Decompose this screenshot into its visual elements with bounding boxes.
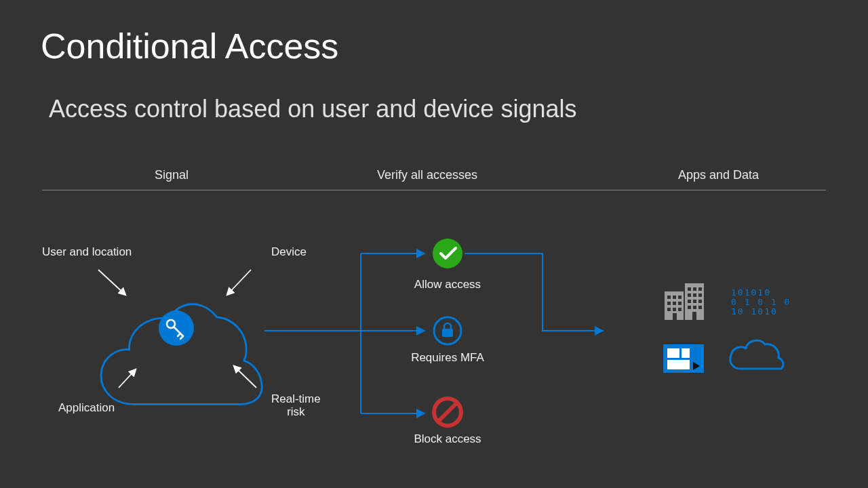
block-circle-icon: [434, 399, 461, 426]
page-subtitle: Access control based on user and device …: [49, 95, 576, 123]
svg-rect-47: [667, 348, 679, 358]
svg-line-8: [234, 366, 256, 388]
svg-rect-29: [688, 287, 691, 291]
svg-rect-25: [678, 302, 682, 305]
svg-rect-40: [698, 306, 702, 309]
column-header-apps: Apps and Data: [678, 168, 759, 182]
cloud-key-icon: [101, 304, 262, 405]
svg-point-16: [434, 399, 461, 426]
svg-point-0: [159, 310, 194, 346]
svg-rect-39: [693, 306, 696, 309]
svg-rect-28: [678, 308, 682, 311]
diagram-svg: 101010 0 1 0 1 0 10 1010: [0, 0, 868, 488]
svg-point-14: [434, 317, 461, 344]
cloud-icon: [730, 340, 783, 369]
signal-user-location: User and location: [42, 245, 132, 259]
svg-rect-21: [673, 296, 676, 299]
svg-rect-46: [663, 344, 704, 373]
svg-rect-32: [688, 293, 691, 297]
svg-rect-36: [693, 300, 696, 303]
svg-rect-35: [688, 300, 691, 303]
svg-line-2: [174, 327, 183, 336]
svg-rect-42: [692, 312, 696, 320]
page-title: Conditional Access: [41, 26, 338, 66]
windows-tile-icon: [663, 344, 704, 373]
svg-line-4: [180, 336, 183, 339]
svg-rect-22: [678, 296, 682, 299]
column-header-verify: Verify all accesses: [377, 168, 477, 182]
signal-arrows: [98, 270, 256, 388]
header-divider: [42, 190, 826, 190]
svg-point-13: [433, 239, 462, 268]
svg-line-7: [119, 369, 136, 388]
svg-rect-30: [693, 287, 696, 291]
svg-text:0 1 0 1 0: 0 1 0 1 0: [731, 297, 791, 307]
svg-rect-34: [698, 293, 702, 297]
column-header-signal: Signal: [155, 168, 189, 182]
svg-rect-26: [667, 308, 671, 311]
signal-device: Device: [271, 245, 307, 259]
svg-line-3: [178, 333, 180, 336]
svg-rect-31: [698, 287, 702, 291]
svg-rect-23: [667, 302, 671, 305]
svg-line-17: [438, 403, 457, 422]
verify-allow-label: Allow access: [393, 278, 502, 291]
binary-icon: 101010 0 1 0 1 0 10 1010: [731, 287, 791, 317]
svg-rect-24: [673, 302, 676, 305]
svg-text:101010: 101010: [731, 287, 771, 298]
svg-rect-33: [693, 293, 696, 297]
svg-rect-41: [673, 313, 677, 320]
verify-block-label: Block access: [393, 432, 502, 446]
svg-rect-15: [442, 329, 453, 337]
verify-mfa-label: Requires MFA: [393, 351, 502, 365]
svg-text:10 1010: 10 1010: [731, 306, 778, 317]
svg-rect-37: [698, 300, 702, 303]
svg-rect-19: [685, 283, 704, 320]
svg-line-6: [227, 270, 251, 295]
signal-application: Application: [58, 401, 115, 415]
svg-point-1: [167, 320, 175, 328]
lock-circle-icon: [434, 317, 461, 344]
svg-rect-49: [667, 360, 690, 369]
building-icon: [665, 283, 704, 320]
svg-line-5: [98, 270, 125, 295]
svg-rect-38: [688, 306, 691, 309]
svg-rect-20: [667, 296, 671, 299]
svg-rect-18: [665, 291, 684, 320]
svg-rect-27: [673, 308, 676, 311]
check-circle-icon: [433, 239, 462, 268]
signal-real-time-risk: Real-time risk: [271, 393, 321, 418]
svg-rect-48: [682, 348, 690, 358]
